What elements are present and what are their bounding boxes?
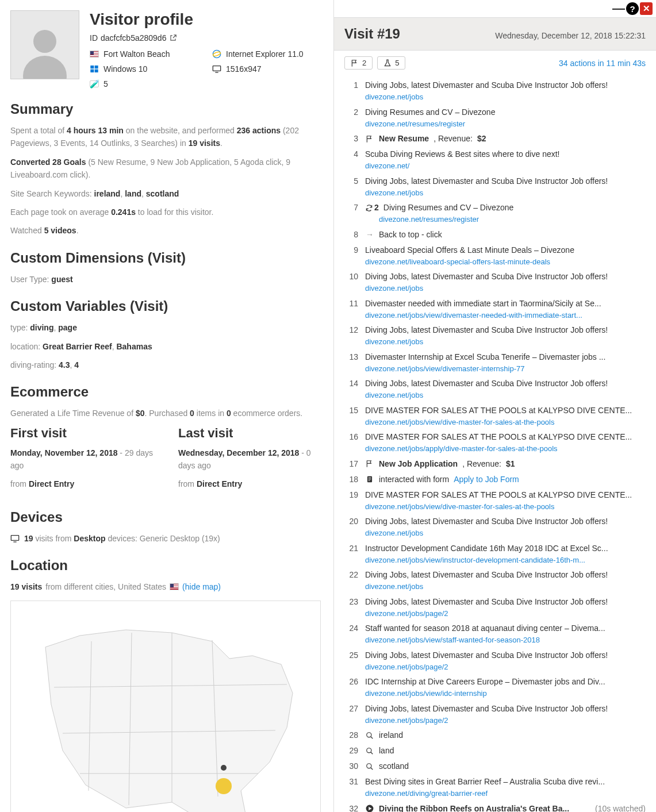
goal-name: New Job Application [379,458,458,470]
search-term: ireland [379,729,403,741]
action-row[interactable]: 14Diving Jobs, latest Divemaster and Scu… [344,376,646,403]
action-row[interactable]: 28ireland [344,728,646,743]
action-url[interactable]: divezone.net/jobs/view/divemaster-intern… [365,363,646,375]
flask-badge[interactable]: 5 [377,56,405,70]
action-row[interactable]: 30scotland [344,759,646,774]
action-url[interactable]: divezone.net/jobs [365,187,646,199]
action-title: Diving Jobs, latest Divemaster and Scuba… [365,79,646,91]
action-row[interactable]: 15DIVE MASTER FOR SALES AT THE POOLS at … [344,403,646,430]
action-number: 8 [344,229,358,241]
svg-point-19 [221,765,227,771]
action-row[interactable]: 19DIVE MASTER FOR SALES AT THE POOLS at … [344,487,646,514]
action-url[interactable]: divezone.net/jobs/page/2 [365,608,646,619]
action-number: 19 [344,489,358,513]
action-url[interactable]: divezone.net/jobs/view/staff-wanted-for-… [365,634,646,646]
action-number: 17 [344,458,358,470]
refresh-icon: 2 [365,202,379,214]
flag-icon [365,459,374,468]
help-button[interactable]: ? [626,2,639,15]
flask-icon: 🧪 [90,80,99,87]
visit-date: Wednesday, December 12, 2018 15:22:31 [495,31,646,40]
action-row[interactable]: 72Diving Resumes and CV – Divezonedivezo… [344,200,646,227]
actions-summary[interactable]: 34 actions in 11 min 43s [559,59,646,68]
goal-revenue: $2 [477,133,486,145]
action-url[interactable]: divezone.net/resumes/register [379,214,646,225]
export-icon[interactable] [169,34,177,42]
summary-heading: Summary [10,101,323,117]
play-icon [365,804,374,812]
action-url[interactable]: divezone.net/jobs [365,283,646,294]
monitor-icon [212,66,221,72]
action-number: 21 [344,542,358,566]
action-row[interactable]: 18interacted with form Apply to Job Form [344,472,646,487]
action-row[interactable]: 26IDC Internship at Dive Careers Europe … [344,674,646,701]
action-row[interactable]: 3New Resume , Revenue: $2 [344,131,646,147]
action-url[interactable]: divezone.net/jobs/view/instructor-develo… [365,555,646,566]
page-title: Visitor profile [90,10,323,29]
action-row[interactable]: 16DIVE MASTER FOR SALES AT THE POOLS at … [344,429,646,456]
action-row[interactable]: 21Instructor Development Candidate 16th … [344,541,646,568]
action-title: Diving Resumes and CV – Divezone [383,202,646,214]
goals-badge[interactable]: 2 [344,56,373,70]
action-row[interactable]: 10Diving Jobs, latest Divemaster and Scu… [344,269,646,296]
action-row[interactable]: 27Diving Jobs, latest Divemaster and Scu… [344,701,646,728]
action-title: Diving Jobs, latest Divemaster and Scuba… [365,703,646,715]
action-url[interactable]: divezone.net/jobs [365,581,646,592]
action-row[interactable]: 32Diving the Ribbon Reefs on Australia's… [344,801,646,813]
action-row[interactable]: 22Diving Jobs, latest Divemaster and Scu… [344,567,646,594]
action-title: Diving Jobs, latest Divemaster and Scuba… [365,324,646,336]
action-url[interactable]: divezone.net/jobs/page/2 [365,661,646,673]
action-row[interactable]: 12Diving Jobs, latest Divemaster and Scu… [344,322,646,349]
action-row[interactable]: 23Diving Jobs, latest Divemaster and Scu… [344,594,646,621]
action-url[interactable]: divezone.net/jobs [365,390,646,401]
action-url[interactable]: divezone.net/jobs/view/dive-master-for-s… [365,417,646,428]
action-number: 29 [344,745,358,757]
media-meta: (10s watched) [595,803,646,813]
close-button[interactable]: ✕ [640,2,653,15]
action-url[interactable]: divezone.net/jobs/page/2 [365,715,646,726]
windows-icon [90,66,99,72]
action-row[interactable]: 31Best Diving sites in Great Barrier Ree… [344,774,646,801]
action-url[interactable]: divezone.net/liveaboard-special-offers-l… [365,256,646,268]
action-url[interactable]: divezone.net/jobs/view/dive-master-for-s… [365,501,646,513]
minimize-button[interactable]: — [612,2,625,15]
action-url[interactable]: divezone.net/jobs/apply/dive-master-for-… [365,443,646,455]
action-title: Diving Jobs, latest Divemaster and Scuba… [365,569,646,581]
action-number: 23 [344,596,358,619]
action-row[interactable]: 9Liveaboard Special Offers & Last Minute… [344,243,646,270]
last-visit-heading: Last visit [178,426,323,441]
action-row[interactable]: 5Diving Jobs, latest Divemaster and Scub… [344,174,646,201]
search-term: land [379,745,394,757]
action-url[interactable]: divezone.net/jobs/view/divemaster-needed… [365,310,646,321]
action-row[interactable]: 17New Job Application , Revenue: $1 [344,456,646,472]
form-link[interactable]: Apply to Job Form [454,474,519,486]
action-row[interactable]: 25Diving Jobs, latest Divemaster and Scu… [344,648,646,675]
action-url[interactable]: divezone.net/jobs/view/idc-internship [365,688,646,699]
action-url[interactable]: divezone.net/diving/great-barrier-reef [365,788,646,799]
svg-point-29 [367,763,371,768]
action-url[interactable]: divezone.net/jobs [365,91,646,103]
action-title: IDC Internship at Dive Careers Europe – … [365,676,646,688]
action-url[interactable]: divezone.net/resumes/register [365,118,646,130]
action-row[interactable]: 4Scuba Diving Reviews & Best sites where… [344,147,646,174]
action-row[interactable]: 20Diving Jobs, latest Divemaster and Scu… [344,514,646,541]
action-row[interactable]: 8→Back to top - click [344,227,646,243]
action-row[interactable]: 24Staff wanted for season 2018 at aquana… [344,621,646,648]
action-row[interactable]: 1Diving Jobs, latest Divemaster and Scub… [344,78,646,105]
action-number: 26 [344,676,358,699]
action-row[interactable]: 13Divemaster Internship at Excel Scuba T… [344,349,646,376]
action-row[interactable]: 11Divemaster needed with immediate start… [344,296,646,323]
action-number: 5 [344,175,358,199]
visit-title: Visit #19 [344,26,400,42]
hide-map-link[interactable]: (hide map) [182,580,221,593]
action-title: Best Diving sites in Great Barrier Reef … [365,776,646,788]
action-url[interactable]: divezone.net/jobs [365,528,646,539]
action-number: 22 [344,569,358,592]
action-title: Instructor Development Candidate 16th Ma… [365,542,646,555]
svg-point-1 [23,56,67,79]
action-url[interactable]: divezone.net/jobs [365,336,646,348]
location-map[interactable] [10,601,321,812]
action-row[interactable]: 2Diving Resumes and CV – Divezonedivezon… [344,105,646,132]
action-url[interactable]: divezone.net/ [365,160,646,172]
action-row[interactable]: 29land [344,743,646,759]
